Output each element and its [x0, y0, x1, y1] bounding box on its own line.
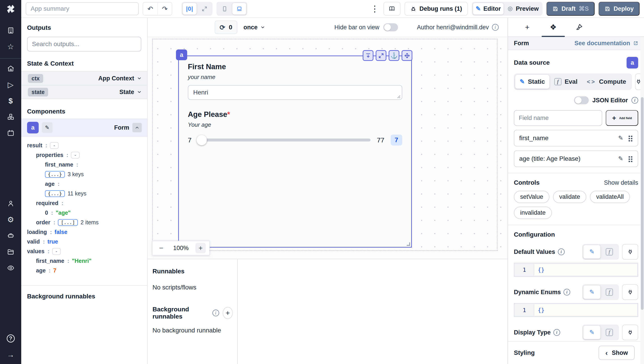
search-outputs-input[interactable] [27, 37, 141, 52]
collapse-toggle[interactable]: - [50, 142, 58, 149]
centered-layout-toggle[interactable]: |0| [183, 3, 196, 15]
schedules-icon[interactable] [0, 125, 21, 141]
control-validateall[interactable]: validateAll [590, 191, 630, 203]
see-documentation-link[interactable]: See documentation [574, 40, 638, 47]
info-icon[interactable]: i [554, 329, 560, 336]
panel-scrollbar[interactable] [640, 37, 644, 364]
info-icon[interactable]: i [492, 24, 499, 31]
move-handle[interactable] [402, 50, 412, 61]
help-icon[interactable]: ? [0, 330, 21, 346]
info-icon[interactable]: i [632, 97, 638, 104]
tab-insert-component[interactable]: + [514, 18, 540, 37]
default-values-editor[interactable]: 1 {} [514, 263, 638, 277]
connect-output-button[interactable] [622, 325, 638, 340]
fill-height-handle[interactable] [363, 50, 374, 61]
textarea-resize-icon[interactable] [397, 95, 400, 98]
show-details-link[interactable]: Show details [604, 179, 638, 186]
redo-button[interactable]: ↷ [158, 3, 172, 15]
source-compute-tab[interactable]: <> Compute [582, 75, 630, 89]
collapse-toggle[interactable]: - [52, 248, 61, 255]
rename-component-button[interactable]: ✎ [42, 122, 52, 133]
code-content[interactable]: {} [534, 304, 637, 316]
add-field-button[interactable]: + Add field [606, 110, 638, 126]
field-row-first-name[interactable]: first_name ✎ [514, 130, 638, 146]
static-mode-chip[interactable]: ✎ [584, 326, 600, 339]
variables-icon[interactable]: $ [0, 93, 21, 109]
collapse-toggle[interactable]: - [71, 152, 80, 158]
full-width-toggle[interactable] [198, 3, 211, 15]
expand-handle[interactable] [376, 50, 386, 61]
more-menu-button[interactable]: ⋮ [370, 4, 380, 14]
add-background-runnable-button[interactable]: + [223, 307, 233, 319]
mobile-view-toggle[interactable] [218, 3, 232, 15]
resize-corner-handle[interactable] [407, 242, 410, 246]
runs-icon[interactable]: ▷ [0, 77, 21, 93]
info-icon[interactable]: i [564, 289, 570, 295]
canvas-grid[interactable]: a ⚓ First Name your name [148, 37, 508, 259]
show-styling-button[interactable]: ‹ Show [598, 346, 634, 360]
control-setvalue[interactable]: setValue [514, 191, 550, 203]
expand-object-toggle[interactable]: {...} [45, 190, 65, 197]
drag-handle-icon[interactable] [628, 135, 633, 141]
source-eval-tab[interactable]: f Eval [550, 75, 582, 89]
favorites-icon[interactable]: ☆ [0, 39, 21, 55]
first-name-input[interactable]: Henri [188, 85, 402, 100]
tab-editor[interactable]: ✎ Editor [473, 3, 504, 15]
state-row[interactable]: state State [21, 85, 147, 99]
tab-component-settings[interactable]: ❖ [540, 18, 566, 37]
field-row-age[interactable]: age (title: Age Please) ✎ [514, 150, 638, 167]
static-mode-chip[interactable]: ✎ [584, 285, 600, 299]
edit-field-icon[interactable]: ✎ [618, 134, 623, 142]
debug-runs-button[interactable]: Debug runs (1) [404, 2, 468, 16]
info-icon[interactable]: i [558, 249, 564, 255]
docs-book-button[interactable] [384, 2, 400, 16]
source-static-tab[interactable]: ✎ Static [515, 75, 550, 89]
draft-button[interactable]: Draft ⌘S [546, 2, 594, 16]
drag-handle-icon[interactable] [628, 155, 633, 162]
age-slider[interactable] [198, 139, 371, 141]
connect-output-button[interactable] [622, 284, 638, 300]
home-icon[interactable] [0, 60, 21, 77]
anchor-handle[interactable]: ⚓ [389, 50, 399, 61]
eval-mode-chip[interactable]: f [601, 326, 618, 339]
zoom-in-button[interactable]: + [196, 243, 206, 253]
expand-array-toggle[interactable]: [...] [58, 219, 78, 226]
dynamic-enums-editor[interactable]: 1 {} [514, 303, 638, 317]
control-invalidate[interactable]: invalidate [514, 207, 552, 219]
workspace-icon[interactable] [0, 22, 21, 39]
audit-logs-icon[interactable] [0, 260, 21, 276]
app-summary-input[interactable] [26, 2, 139, 15]
field-name-input[interactable] [514, 110, 602, 126]
slider-thumb[interactable] [196, 135, 207, 145]
static-mode-chip[interactable]: ✎ [584, 245, 600, 259]
collapse-rail-icon[interactable]: → [0, 346, 21, 363]
workers-icon[interactable] [0, 228, 21, 244]
ctx-row[interactable]: ctx App Context [21, 71, 147, 85]
app-artboard[interactable]: a ⚓ First Name your name [152, 39, 498, 251]
tab-styling[interactable] [566, 18, 592, 37]
settings-icon[interactable]: ⚙ [0, 212, 21, 228]
control-validate[interactable]: validate [553, 191, 586, 203]
deploy-button[interactable]: Deploy [598, 2, 640, 16]
windmill-logo[interactable] [0, 2, 21, 16]
collapse-component-button[interactable] [132, 123, 142, 132]
edit-field-icon[interactable]: ✎ [618, 155, 623, 162]
tab-preview[interactable]: Preview [504, 3, 541, 15]
undo-button[interactable]: ↶ [143, 3, 158, 15]
info-icon[interactable]: i [212, 310, 219, 316]
hide-bar-toggle[interactable] [383, 23, 398, 31]
scrollbar-thumb[interactable] [641, 97, 644, 310]
json-editor-toggle[interactable] [574, 96, 589, 104]
component-form-row[interactable]: a ✎ Form [21, 119, 147, 136]
form-component[interactable]: a ⚓ First Name your name [178, 56, 412, 248]
eval-mode-chip[interactable]: f [601, 245, 618, 259]
user-icon[interactable] [0, 196, 21, 212]
desktop-view-toggle[interactable] [232, 3, 246, 15]
connect-output-button[interactable] [622, 244, 638, 260]
refresh-button[interactable]: ⟳ 0 [215, 21, 237, 34]
refresh-schedule-dropdown[interactable]: once [244, 24, 265, 31]
zoom-out-button[interactable]: − [156, 243, 166, 253]
code-content[interactable]: {} [534, 264, 637, 276]
resources-icon[interactable] [0, 109, 21, 125]
expand-object-toggle[interactable]: {...} [45, 171, 65, 178]
